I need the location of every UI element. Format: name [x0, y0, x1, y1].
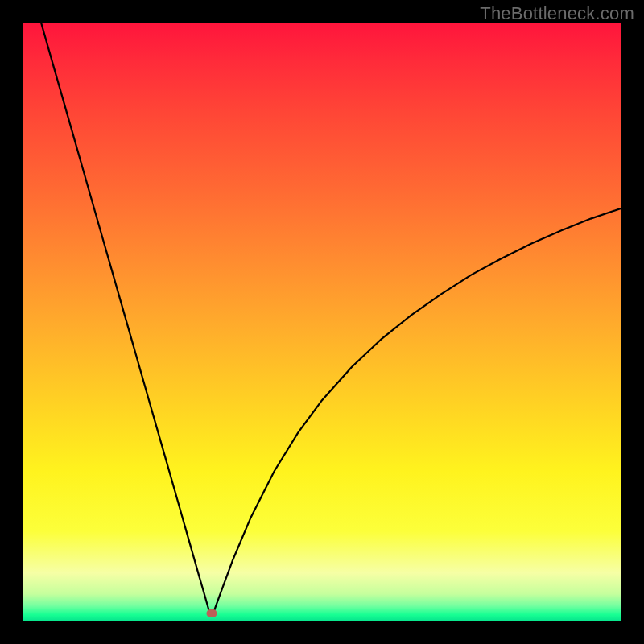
curve-path [41, 23, 621, 613]
watermark-text: TheBottleneck.com [480, 3, 634, 24]
bottleneck-curve [23, 23, 621, 621]
plot-area [23, 23, 621, 621]
chart-frame: TheBottleneck.com [0, 0, 644, 644]
optimal-point-marker [206, 609, 217, 617]
